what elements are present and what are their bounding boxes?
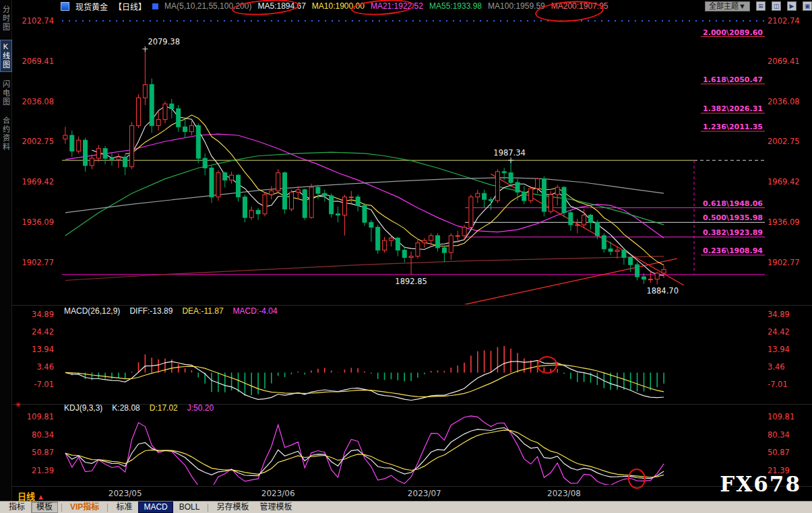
split-layout-icon[interactable]: ◫: [772, 1, 781, 11]
kdj-title: KDJ(9,3,3): [64, 403, 102, 413]
svg-text:2.000\2089.60: 2.000\2089.60: [703, 28, 763, 37]
svg-text:1936.09: 1936.09: [768, 217, 800, 227]
tab-indicators[interactable]: 指标: [4, 502, 30, 512]
kdj-k-value: K:28.08: [112, 403, 139, 413]
grid-layout-icon[interactable]: ⊞: [756, 1, 766, 11]
tab-vip-indicators[interactable]: VIP指标: [65, 502, 104, 512]
theme-dropdown-button[interactable]: 全部主题▼: [705, 1, 750, 11]
macd-dea-value: DEA:-11.87: [182, 306, 223, 316]
svg-text:1902.77: 1902.77: [768, 258, 800, 267]
kdj-d-value: D:17.02: [150, 403, 178, 413]
svg-text:-7.01: -7.01: [768, 380, 788, 389]
svg-text:2036.08: 2036.08: [22, 97, 54, 106]
next-chart-icon[interactable]: ▶: [787, 1, 797, 11]
ma5-value: MA5:1894.67: [257, 1, 305, 11]
svg-text:3.46: 3.46: [36, 362, 54, 372]
svg-text:2102.74: 2102.74: [768, 16, 800, 26]
svg-text:2023/08: 2023/08: [547, 489, 581, 498]
svg-text:0.236\1908.94: 0.236\1908.94: [703, 246, 763, 255]
svg-text:2069.41: 2069.41: [768, 57, 800, 66]
macd-title: MACD(26,12,9): [64, 306, 120, 316]
watermark: FX678: [720, 472, 801, 496]
single-view-icon[interactable]: ▣: [803, 1, 812, 11]
svg-text:3.46: 3.46: [768, 362, 785, 372]
trading-app-window: 现货黄金 【日线】 MA(5,10,21,55,100,200) MA5:189…: [0, 0, 812, 513]
divider: [107, 504, 108, 512]
svg-text:1987.34: 1987.34: [493, 148, 526, 158]
svg-text:50.87: 50.87: [32, 448, 54, 457]
ma21-value: MA21:1922.52: [371, 1, 423, 11]
left-tab-strip: 分时图 K线图 闪电图 合约资料: [0, 0, 12, 502]
svg-text:109.81: 109.81: [768, 412, 794, 421]
svg-text:2036.08: 2036.08: [768, 97, 800, 106]
kdj-j-value: J:50.20: [187, 403, 214, 413]
tab-templates[interactable]: 模板: [31, 502, 58, 513]
ma200-value: MA200:1907.95: [551, 1, 608, 11]
tab-boll[interactable]: BOLL: [175, 502, 205, 512]
ma55-value: MA55:1933.98: [429, 1, 482, 11]
svg-text:80.34: 80.34: [32, 430, 54, 440]
ma10-value: MA10:1900.00: [312, 1, 365, 11]
kdj-header: KDJ(9,3,3) K:28.08 D:17.02 J:50.20: [64, 403, 214, 413]
svg-text:13.94: 13.94: [768, 345, 790, 354]
chart-canvas[interactable]: 2.000\2089.601.618\2050.471.382\2026.311…: [0, 0, 812, 502]
svg-text:2023/07: 2023/07: [408, 489, 441, 498]
svg-text:13.94: 13.94: [32, 345, 54, 354]
svg-text:1.618\2050.47: 1.618\2050.47: [703, 75, 763, 84]
svg-text:2079.38: 2079.38: [148, 37, 180, 46]
svg-text:1.236\2011.35: 1.236\2011.35: [703, 123, 763, 131]
svg-text:0.382\1923.89: 0.382\1923.89: [703, 228, 763, 237]
macd-header: MACD(26,12,9) DIFF:-13.89 DEA:-11.87 MAC…: [64, 306, 278, 316]
svg-text:34.89: 34.89: [32, 310, 54, 319]
sidebar-tab-kline[interactable]: K线图: [0, 40, 12, 72]
ma-caption: MA(5,10,21,55,100,200): [164, 1, 251, 11]
svg-text:1936.09: 1936.09: [22, 217, 54, 227]
up-arrow-icon: ▲: [37, 493, 44, 501]
divider: [61, 504, 62, 512]
svg-text:50.87: 50.87: [768, 448, 790, 457]
tab-macd[interactable]: MACD: [138, 502, 173, 513]
period-name: 日线: [18, 491, 35, 502]
ma-indicator-icon: [152, 3, 158, 9]
symbol-title: 现货黄金: [75, 1, 108, 12]
tab-manage-template[interactable]: 管理模板: [255, 502, 296, 512]
bottom-tab-bar: 指标 模板 VIP指标 标准 MACD BOLL 另存模板 管理模板: [0, 501, 812, 513]
svg-text:1969.42: 1969.42: [768, 177, 800, 186]
svg-text:2002.75: 2002.75: [22, 137, 54, 146]
sidebar-tab-flash-chart[interactable]: 闪电图: [1, 78, 11, 108]
period-label: 【日线】: [114, 1, 146, 12]
svg-text:2023/06: 2023/06: [261, 489, 295, 498]
instrument-icon: [61, 2, 69, 11]
svg-text:2069.41: 2069.41: [22, 57, 54, 66]
svg-text:2023/05: 2023/05: [108, 489, 142, 498]
ma100-value: MA100:1959.59: [488, 1, 545, 11]
svg-text:24.42: 24.42: [32, 327, 54, 337]
svg-text:34.89: 34.89: [768, 310, 790, 319]
svg-text:0.500\1935.98: 0.500\1935.98: [703, 213, 763, 222]
svg-text:80.34: 80.34: [768, 430, 790, 440]
svg-text:1884.70: 1884.70: [646, 286, 679, 296]
macd-macd-value: MACD:-4.04: [233, 306, 278, 316]
svg-text:109.81: 109.81: [27, 412, 54, 421]
svg-text:0.618\1948.06: 0.618\1948.06: [703, 199, 763, 208]
sidebar-tab-contract-info[interactable]: 合约资料: [1, 114, 11, 153]
divider: [208, 504, 208, 512]
svg-text:1902.77: 1902.77: [22, 258, 54, 267]
svg-text:24.42: 24.42: [768, 327, 790, 337]
svg-text:2102.74: 2102.74: [22, 16, 54, 26]
top-toolbar: 现货黄金 【日线】 MA(5,10,21,55,100,200) MA5:189…: [0, 0, 812, 12]
svg-text:1969.42: 1969.42: [22, 177, 54, 186]
macd-diff-value: DIFF:-13.89: [129, 306, 173, 316]
kdj-layer: [65, 416, 664, 489]
tab-standard[interactable]: 标准: [111, 502, 137, 512]
svg-text:-7.01: -7.01: [34, 380, 54, 389]
sidebar-tab-time-chart[interactable]: 分时图: [1, 3, 11, 34]
marker-icon: ✳: [15, 401, 21, 409]
svg-text:1.382\2026.31: 1.382\2026.31: [703, 104, 763, 113]
tab-save-template[interactable]: 另存模板: [212, 502, 253, 512]
candles-layer: [63, 49, 666, 285]
svg-text:2002.75: 2002.75: [768, 137, 800, 146]
macd-layer: [65, 346, 664, 400]
svg-text:1892.85: 1892.85: [395, 277, 427, 286]
svg-text:21.39: 21.39: [32, 466, 54, 475]
